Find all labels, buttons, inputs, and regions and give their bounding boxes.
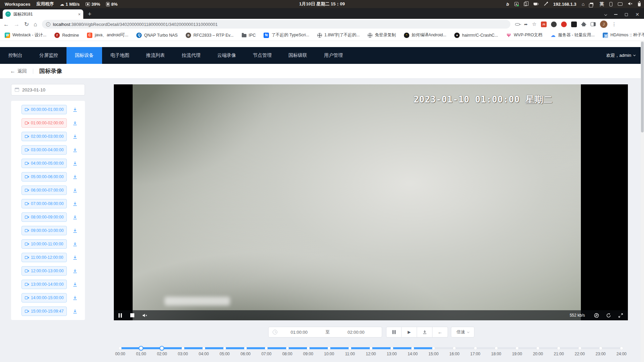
timeline-hour-dot[interactable] [202, 347, 205, 350]
color-picker-icon[interactable] [544, 2, 548, 6]
home-icon[interactable]: ⌂ [582, 1, 585, 7]
extension-dark-icon[interactable] [551, 22, 557, 27]
nav-item-5[interactable]: 推流列表 [138, 47, 173, 64]
nav-item-7[interactable]: 云端录像 [209, 47, 244, 64]
timeline-hour-dot[interactable] [432, 347, 435, 350]
timeline-hour-dot[interactable] [453, 347, 456, 350]
scrollbar-thumb[interactable] [641, 42, 644, 132]
user-menu[interactable]: 欢迎，admin [606, 47, 644, 64]
refresh-icon[interactable] [606, 313, 611, 318]
download-icon[interactable] [73, 269, 78, 274]
player-mute-icon[interactable] [142, 313, 147, 318]
timeline-hour-dot[interactable] [119, 347, 122, 350]
record-range-button[interactable]: 08:00:00-09:00:00 [21, 212, 67, 222]
bookmark-item[interactable]: ☁服务器 - 轻量应用... [550, 32, 595, 38]
pause-button[interactable] [386, 327, 402, 337]
timeline-hour-dot[interactable] [516, 347, 518, 350]
download-icon[interactable] [73, 215, 78, 220]
fullscreen-icon[interactable] [618, 313, 623, 318]
record-range-button[interactable]: 14:00:00-15:00:00 [21, 293, 67, 303]
profile-avatar[interactable]: J [600, 21, 607, 28]
volume-muted-icon[interactable] [628, 2, 633, 7]
nav-item-6[interactable]: 拉流代理 [173, 47, 209, 64]
record-range-button[interactable]: 10:00:00-11:00:00 [21, 239, 67, 249]
browser-tab[interactable]: ◠ 国标28181 × [3, 9, 83, 19]
download-icon[interactable] [73, 121, 78, 126]
timeline-slider[interactable]: 00:0001:0002:0003:0004:0005:0006:0007:00… [120, 344, 622, 362]
start-time-input[interactable]: 01:00:00 [277, 330, 321, 335]
record-range-button[interactable]: 02:00:00-03:00:00 [21, 132, 67, 141]
bookmark-item[interactable]: Cjava、android可... [87, 32, 128, 38]
nav-item-10[interactable]: 用户管理 [316, 47, 351, 64]
record-range-button[interactable]: 12:00:00-13:00:00 [21, 266, 67, 276]
windows-layers-icon[interactable] [590, 3, 593, 6]
nav-item-9[interactable]: 国标级联 [280, 47, 316, 64]
bookmark-item[interactable]: IPC [242, 33, 256, 38]
monitor-icon[interactable] [618, 2, 623, 6]
video-player[interactable]: 2023-01-10 01:00:00 星期二 552 kb/s [114, 84, 628, 320]
nav-item-3[interactable]: 国标设备 [66, 47, 102, 64]
timeline-hour-dot[interactable] [286, 347, 289, 350]
bookmark-item[interactable]: ⊕RFC2833 – RTP Ev... [186, 33, 234, 38]
download-icon[interactable] [73, 201, 78, 206]
timeline-hour-dot[interactable] [244, 347, 247, 350]
bookmark-star-icon[interactable]: ☆ [532, 21, 536, 27]
address-bar[interactable]: i localhost:38080/#/gbRecordDetail/34020… [42, 20, 510, 29]
bookmark-item[interactable]: 免登录复制 [368, 32, 396, 38]
download-icon[interactable] [73, 161, 78, 166]
download-icon[interactable] [73, 255, 78, 260]
timeline-hour-dot[interactable] [390, 347, 393, 350]
bookmark-item[interactable]: ΨWVP-PRO文档 [506, 32, 542, 38]
record-range-button[interactable]: 09:00:00-10:00:00 [21, 226, 67, 235]
download-icon[interactable] [73, 188, 78, 193]
clock[interactable]: 1月10日 星期二 15：09 [299, 1, 345, 7]
timeline-hour-dot[interactable] [537, 347, 539, 350]
speed-dropdown[interactable]: 倍速 [451, 327, 474, 337]
site-info-icon[interactable]: i [46, 22, 50, 27]
record-range-button[interactable]: 00:00:00-01:00:00 [21, 105, 67, 114]
time-range-picker[interactable]: 01:00:00 至 02:00:00 [268, 327, 382, 337]
bookmark-item[interactable]: rRedmine [54, 33, 79, 38]
forward-icon[interactable]: → [14, 22, 19, 27]
page-scrollbar[interactable] [641, 41, 644, 362]
play-button[interactable]: ▶ [402, 327, 417, 337]
timeline-hour-dot[interactable] [265, 347, 268, 350]
extension-js-icon[interactable]: JS [541, 22, 547, 27]
timeline-hour-dot[interactable] [599, 347, 602, 350]
date-picker-input[interactable]: 2023-01-10 [11, 84, 85, 95]
timeline-handle[interactable] [159, 346, 164, 351]
timeline-hour-dot[interactable] [182, 347, 184, 350]
record-range-button[interactable]: 01:00:00-02:00:00 [21, 118, 67, 128]
password-key-icon[interactable] [515, 23, 520, 26]
nav-item-8[interactable]: 节点管理 [244, 47, 280, 64]
input-method-indicator[interactable]: 英 [600, 1, 604, 7]
app-status-icon[interactable]: A [514, 2, 518, 6]
window-close-icon[interactable]: ✕ [635, 12, 639, 17]
download-icon[interactable] [73, 148, 78, 153]
share-icon[interactable]: ➦ [524, 22, 528, 27]
download-icon[interactable] [73, 107, 78, 112]
bookmark-item[interactable]: ^如何编译Android... [404, 32, 447, 38]
ip-address[interactable]: 192.168.1.3 [553, 2, 577, 7]
nav-item-1[interactable]: 控制台 [0, 47, 31, 64]
timeline-hour-dot[interactable] [620, 347, 623, 350]
reload-icon[interactable]: ↻ [24, 22, 29, 27]
bookmark-item[interactable]: WWebstack - 设计... [5, 32, 46, 38]
download-button[interactable] [417, 327, 432, 337]
download-icon[interactable] [73, 174, 78, 179]
record-range-button[interactable]: 07:00:00-08:00:00 [21, 199, 67, 208]
record-range-button[interactable]: 06:00:00-07:00:00 [21, 186, 67, 195]
snapshot-shutter-icon[interactable] [594, 313, 599, 318]
timeline-hour-dot[interactable] [557, 347, 560, 350]
timeline-hour-dot[interactable] [223, 347, 226, 350]
timeline-hour-dot[interactable] [474, 347, 477, 350]
extension-red-icon[interactable] [561, 22, 567, 27]
extension-black-icon[interactable] [571, 22, 577, 27]
menu-kebab-icon[interactable]: ⋮ [612, 22, 616, 27]
back-icon[interactable]: ← [3, 22, 9, 27]
maximize-icon[interactable] [625, 13, 628, 16]
record-range-button[interactable]: 04:00:00-05:00:00 [21, 159, 67, 168]
end-time-input[interactable]: 02:00:00 [334, 330, 378, 335]
workspaces-button[interactable]: Workspaces [5, 2, 30, 7]
record-range-button[interactable]: 05:00:00-06:00:00 [21, 172, 67, 182]
